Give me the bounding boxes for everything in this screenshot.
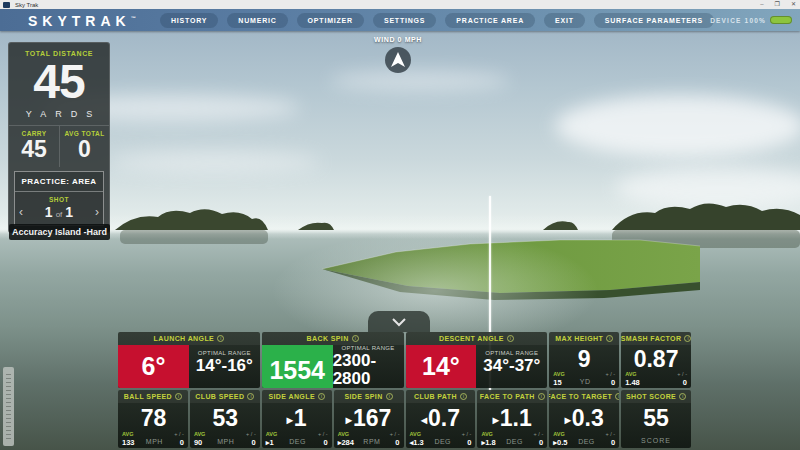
previous-shot-icon[interactable]: ‹ [19,206,23,218]
nav-item-settings[interactable]: SETTINGS [373,13,436,28]
info-icon[interactable] [460,393,467,400]
avg-value: 133 [122,439,135,447]
plus-minus-label: + / - [174,432,184,438]
plus-minus-label: + / - [246,432,256,438]
info-icon[interactable] [538,393,545,400]
info-icon[interactable] [247,393,254,400]
avg-label: AVG [122,432,134,438]
nav-item-optimizer[interactable]: OPTIMIZER [297,13,364,28]
avg-total-cell: AVG TOTAL 0 [59,126,109,167]
nav-item-exit[interactable]: EXIT [544,13,585,28]
wind-direction-arrow-icon [385,47,411,73]
plus-minus-value: 0 [180,439,184,447]
wind-indicator: WIND 0 MPH [338,36,458,73]
app-icon [3,2,10,8]
unit-label: RPM [363,438,380,446]
direction-arrow-icon: ▸ [565,414,571,426]
panel-title: SIDE ANGLE [268,393,315,400]
avg-value: ▸284 [338,439,354,447]
unit-label: DEG [506,438,523,446]
info-icon[interactable] [615,393,619,400]
chevron-down-icon [391,317,407,327]
nav-item-numeric[interactable]: NUMERIC [227,13,287,28]
panel-title: FACE TO PATH [480,393,535,400]
panel-title: MAX HEIGHT [555,335,603,342]
collapse-panels-button[interactable] [368,311,430,332]
plus-minus-value: 0 [539,439,543,447]
plus-minus-value: 0 [395,439,399,447]
avg-value: 15 [553,379,561,387]
unit-label: DEG [289,438,306,446]
stat-value: 78 [141,407,167,430]
practice-mode-label: PRACTICE: AREA [15,172,103,192]
value-box: 14° [406,345,477,388]
panel-side-spin: SIDE SPIN ▸167 AVG▸284 RPM + / -0 [334,390,404,448]
nav-item-surface-parameters[interactable]: SURFACE PARAMETERS [594,13,714,28]
info-icon[interactable] [606,335,613,342]
next-shot-icon[interactable]: › [95,206,99,218]
unit-label: MPH [217,438,234,446]
avg-label: AVG [410,432,422,438]
info-icon[interactable] [318,393,325,400]
course-name-bar: Accuracy Island -Hard [9,224,110,240]
avg-value: ▸1 [266,439,274,447]
optimal-range-value: 14°-16° [196,357,253,375]
plus-minus-label: + / - [605,432,615,438]
panel-title: CLUB PATH [414,393,457,400]
panel-side-angle: SIDE ANGLE ▸1 AVG▸1 DEG + / -0 [262,390,332,448]
nav-item-history[interactable]: HISTORY [160,13,218,28]
panel-title: BALL SPEED [124,393,172,400]
plus-minus-label: + / - [677,372,687,378]
panel-title: DESCENT ANGLE [439,335,504,342]
plus-minus-label: + / - [390,432,400,438]
panel-title: SIDE SPIN [344,393,382,400]
window-titlebar: Sky Trak – ❐ ✕ [0,0,800,9]
plus-minus-value: 0 [611,439,615,447]
optimal-range-value: 2300-2800 [333,352,404,388]
stat-value: 9 [578,348,591,371]
top-navbar: SKYTRAK™ HISTORY NUMERIC OPTIMIZER SETTI… [0,9,800,31]
avg-value: 1.48 [625,379,640,387]
plus-minus-label: + / - [605,372,615,378]
panel-title: BACK SPIN [307,335,349,342]
info-icon[interactable] [352,335,359,342]
avg-value: ▸1.8 [481,439,495,447]
avg-label: AVG [194,432,206,438]
plus-minus-value: 0 [683,379,687,387]
info-icon[interactable] [217,335,224,342]
info-icon[interactable] [684,335,691,342]
skytrak-app: Sky Trak – ❐ ✕ SKYTRAK™ HISTORY NUMERIC … [0,0,800,450]
info-icon[interactable] [507,335,514,342]
nav-item-practice-area[interactable]: PRACTICE AREA [445,13,535,28]
minimize-icon[interactable]: – [760,0,763,9]
avg-label: AVG [625,372,637,378]
panel-descent-angle: DESCENT ANGLE 14° OPTIMAL RANGE 34°-37° [406,332,548,388]
shot-label: SHOT [15,192,103,203]
shot-data-panels: LAUNCH ANGLE 6° OPTIMAL RANGE 14°-16° BA… [118,332,691,448]
battery-icon [770,16,792,24]
carry-value: 45 [9,137,59,162]
panel-title: LAUNCH ANGLE [154,335,215,342]
device-battery-label: DEVICE 100% [710,17,766,24]
info-icon[interactable] [679,393,686,400]
stat-value: 167 [353,407,391,430]
stat-value: 55 [643,407,669,430]
side-panel-tab[interactable] [3,367,14,446]
info-icon[interactable] [386,393,393,400]
avg-label: AVG [481,432,493,438]
stat-value: 0.3 [572,407,604,430]
close-icon[interactable]: ✕ [791,0,796,9]
maximize-icon[interactable]: ❐ [775,0,780,9]
unit-label: DEG [578,438,595,446]
unit-label: MPH [146,438,163,446]
nav-menu: HISTORY NUMERIC OPTIMIZER SETTINGS PRACT… [160,9,714,31]
optimal-range-value: 34°-37° [483,357,540,375]
stat-value: 53 [213,407,239,430]
plus-minus-value: 0 [467,439,471,447]
stat-value: 1.1 [500,407,532,430]
direction-arrow-icon: ▸ [346,414,352,426]
info-icon[interactable] [175,393,182,400]
plus-minus-label: + / - [318,432,328,438]
plus-minus-value: 0 [252,439,256,447]
plus-minus-label: + / - [534,432,544,438]
